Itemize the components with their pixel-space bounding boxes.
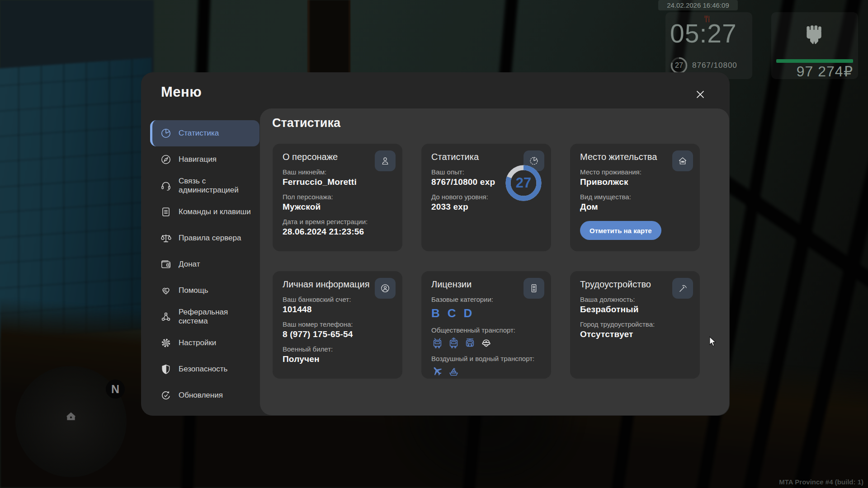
- heart-hands-icon: [160, 285, 172, 296]
- card-personal-info: Личная информация Ваш банковский счет: 1…: [273, 271, 402, 379]
- wallet-icon: [160, 258, 172, 270]
- captain-hat-icon: [480, 337, 492, 349]
- pickaxe-icon: [672, 278, 693, 299]
- money-progress-bar: [776, 59, 853, 63]
- sidebar-item-server-rules[interactable]: Правила сервера: [150, 225, 259, 251]
- field-label: Военный билет:: [283, 345, 392, 353]
- scales-icon: [160, 232, 172, 244]
- hud-level-value: 27: [670, 56, 688, 75]
- property-value: Дом: [580, 202, 690, 212]
- minimap: N: [15, 366, 127, 477]
- compass-icon: [160, 154, 172, 165]
- city-value: Приволжск: [580, 177, 690, 187]
- gender-value: Мужской: [283, 202, 392, 212]
- hud-time-level-panel: 05:27 27 8767/10800: [665, 12, 752, 79]
- menu-title: Меню: [161, 84, 202, 100]
- sidebar-item-help[interactable]: Помощь: [150, 277, 259, 304]
- tram-icon: [448, 337, 460, 349]
- air-water-transport-icons: [431, 365, 541, 377]
- level-progress-ring: 27: [504, 164, 543, 202]
- sidebar: Статистика Навигация Связь с администрац…: [150, 120, 259, 408]
- close-icon: [694, 88, 706, 101]
- sidebar-item-commands-keys[interactable]: Команды и клавиши: [150, 199, 259, 225]
- category-c: C: [448, 306, 456, 320]
- house-icon: [672, 150, 693, 171]
- fist-icon: [802, 22, 826, 48]
- field-label: Ваш номер телефона:: [283, 320, 392, 328]
- sidebar-item-statistics[interactable]: Статистика: [150, 120, 259, 146]
- close-button[interactable]: [692, 86, 709, 103]
- minimap-north-badge: N: [106, 380, 125, 399]
- person-circle-icon: [375, 278, 396, 299]
- person-bust-icon: [375, 150, 396, 171]
- plane-icon: [431, 365, 443, 377]
- sidebar-item-security[interactable]: Безопасность: [150, 356, 259, 382]
- military-ticket-value: Получен: [283, 354, 392, 364]
- sidebar-item-label: Безопасность: [179, 365, 227, 374]
- sidebar-item-donate[interactable]: Донат: [150, 251, 259, 277]
- sidebar-item-settings[interactable]: Настройки: [150, 330, 259, 356]
- sidebar-item-label: Обновления: [179, 391, 223, 400]
- category-b: B: [431, 306, 440, 320]
- sidebar-item-label: Помощь: [179, 286, 208, 295]
- sidebar-item-label: Настройки: [179, 338, 216, 347]
- server-watermark: MTA Province #4 (build: 1): [779, 478, 863, 486]
- card-employment: Трудоустройство Ваша должность: Безработ…: [570, 271, 700, 379]
- phone-value: 8 (977) 175-65-54: [283, 329, 392, 339]
- network-nodes-icon: [160, 311, 172, 323]
- document-list-icon: [160, 206, 172, 218]
- bank-account-value: 101448: [283, 305, 392, 314]
- sidebar-item-label: Реферальная система: [179, 308, 257, 326]
- sidebar-item-label: Статистика: [179, 129, 219, 138]
- category-d: D: [464, 306, 472, 320]
- hud-money-panel: 97 274₽: [771, 12, 858, 79]
- license-categories: B C D: [431, 306, 541, 320]
- minimap-house-icon: [65, 410, 77, 424]
- field-label: Общественный транспорт:: [431, 326, 541, 334]
- sidebar-item-updates[interactable]: Обновления: [150, 382, 259, 408]
- hud-datetime: 24.02.2026 16:46:09: [658, 0, 738, 10]
- content-panel: Статистика О персонаже Ваш никнейм: Ferr…: [260, 108, 729, 415]
- stats-cards-grid: О персонаже Ваш никнейм: Ferruccio_Moret…: [273, 144, 700, 379]
- sidebar-item-label: Связь с администрацией: [179, 177, 257, 195]
- gear-icon: [160, 337, 172, 349]
- sidebar-item-admin-contact[interactable]: Связь с администрацией: [150, 173, 259, 199]
- license-card-icon: [524, 278, 544, 299]
- refresh-check-icon: [160, 389, 172, 401]
- hud-level-ring: 27: [670, 56, 688, 75]
- field-label: Пол персонажа:: [283, 193, 392, 201]
- field-label: Дата и время регистрации:: [283, 218, 392, 225]
- field-label: Воздушный и водный транспорт:: [431, 355, 541, 362]
- job-value: Безработный: [580, 305, 690, 314]
- hud-money: 97 274₽: [771, 63, 853, 80]
- next-level-value: 2033 exp: [431, 202, 541, 212]
- hud-level-row: 27 8767/10800: [670, 56, 737, 75]
- hud-exp-counter: 8767/10800: [692, 61, 737, 70]
- card-residence: Место жительства Место проживания: Приво…: [570, 144, 700, 251]
- field-label: Город трудоустройства:: [580, 320, 690, 328]
- field-label: Вид имущества:: [580, 193, 690, 201]
- sidebar-item-label: Донат: [179, 260, 200, 269]
- registration-value: 28.06.2024 21:23:56: [283, 227, 392, 237]
- menu-panel: Меню Статистика Навигация: [141, 72, 730, 416]
- sidebar-item-referral[interactable]: Реферальная система: [150, 304, 259, 330]
- card-about-character: О персонаже Ваш никнейм: Ferruccio_Moret…: [273, 144, 402, 251]
- shield-icon: [160, 363, 172, 375]
- card-statistics: Статистика Ваш опыт: 8767/10800 exp До н…: [421, 144, 551, 251]
- nickname-value: Ferruccio_Moretti: [283, 177, 392, 187]
- pie-chart-icon: [160, 127, 172, 139]
- sidebar-item-navigation[interactable]: Навигация: [150, 146, 259, 173]
- sidebar-item-label: Навигация: [179, 155, 217, 164]
- card-licenses: Лицензии Базовые категории: B C D: [421, 271, 551, 379]
- hud-clock: 05:27: [670, 19, 737, 48]
- mark-on-map-button[interactable]: Отметить на карте: [580, 221, 661, 240]
- job-city-value: Отсутствует: [580, 329, 690, 339]
- public-transport-icons: [431, 337, 541, 349]
- headset-icon: [160, 180, 172, 192]
- mouse-cursor: [708, 336, 718, 349]
- level-value: 27: [504, 164, 543, 202]
- ship-icon: [448, 365, 460, 377]
- page-title: Статистика: [272, 116, 340, 130]
- game-screen: 24.02.2026 16:46:09 05:27 27 8767/10800: [0, 0, 868, 488]
- sidebar-item-label: Правила сервера: [179, 234, 241, 243]
